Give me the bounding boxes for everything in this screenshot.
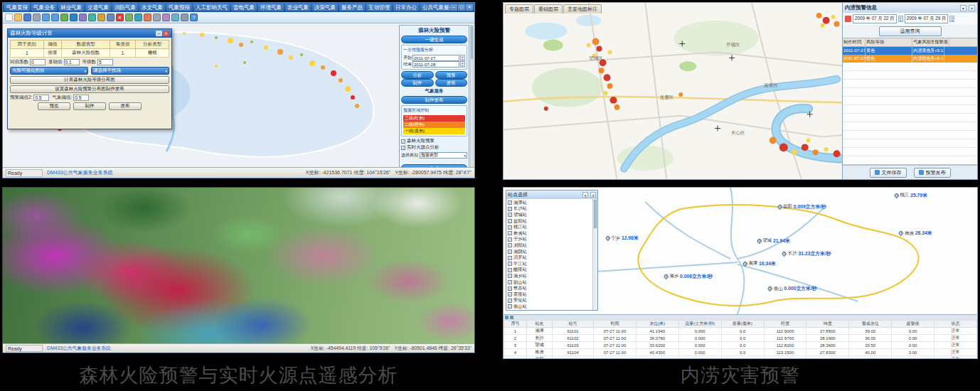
layer-tab[interactable]: 基础图层 [534, 4, 563, 14]
panel-button[interactable]: 分析 [401, 71, 434, 79]
field-input[interactable]: 5 [97, 59, 113, 65]
menu-item[interactable]: 人工影响天气 [193, 4, 230, 11]
layers-icon[interactable] [107, 14, 114, 21]
checkbox[interactable] [508, 207, 512, 211]
zone-level-row[interactable]: 三级(红色) [403, 115, 465, 122]
panel-button[interactable]: 预警 [435, 71, 468, 79]
export-icon[interactable] [162, 14, 170, 21]
close-icon[interactable] [163, 31, 169, 36]
station-marker[interactable]: 望城 21.94米 [757, 237, 789, 245]
table-row[interactable]: 1湘潭6110107-27 11:0041.19400.0000.0112.90… [504, 328, 977, 335]
station-marker[interactable]: 株洲 26.34米 [899, 230, 932, 237]
select-icon[interactable] [79, 14, 87, 21]
menu-item[interactable]: 雷电气象 [231, 4, 257, 11]
scrollbar[interactable] [592, 199, 597, 310]
menu-item[interactable]: 服务产品 [339, 4, 365, 11]
save-icon[interactable] [23, 14, 31, 21]
checkbox[interactable] [508, 213, 512, 217]
layer-tab[interactable]: 专题图层 [505, 4, 533, 14]
threshold-input[interactable]: 0.5 [73, 95, 89, 101]
publish-button[interactable]: 制作发布 [401, 96, 467, 104]
tree-item[interactable]: 望城站 [508, 212, 591, 218]
legend-icon[interactable] [125, 14, 133, 21]
layer-combo[interactable]: 请选择干扰场 [91, 67, 169, 75]
close-icon[interactable] [969, 5, 975, 11]
checkbox[interactable] [508, 200, 512, 205]
new-doc-icon[interactable] [5, 14, 13, 21]
tree-item[interactable]: 安化站 [508, 298, 591, 304]
checkbox[interactable] [508, 299, 512, 303]
menu-item[interactable]: 交通气象 [85, 4, 111, 11]
sidebar-action-button[interactable]: 预警发布 [914, 168, 951, 178]
query-button[interactable]: 适用查询 [879, 26, 942, 36]
scroll-thumb[interactable] [594, 200, 597, 228]
help-icon[interactable]: ? [190, 14, 198, 21]
grid-icon[interactable] [171, 14, 179, 21]
tree-item[interactable]: 长沙站 [508, 206, 591, 213]
compute-button[interactable]: 设置森林火险预警分布图制作发布 [10, 85, 169, 93]
threshold-input[interactable]: 0.5 [33, 95, 49, 101]
checkbox[interactable] [401, 146, 405, 150]
checkbox[interactable] [508, 237, 512, 242]
menu-item[interactable]: 农业气象 [285, 4, 311, 11]
settings-icon[interactable] [181, 14, 188, 21]
tree-item[interactable]: 株洲站 [508, 230, 591, 237]
checkbox[interactable] [508, 256, 512, 260]
table-row[interactable]: 1雨量森林火险指数1栅格 [11, 49, 169, 58]
menu-item[interactable]: 气象直报 [4, 4, 30, 11]
checkbox[interactable] [508, 286, 512, 291]
checkbox[interactable] [508, 304, 512, 309]
maximize-icon[interactable] [458, 4, 465, 11]
grid-tool-icon[interactable] [510, 316, 513, 319]
checkbox[interactable] [508, 219, 512, 223]
zoom-in-icon[interactable] [42, 14, 50, 21]
tree-item[interactable]: 茶陵站 [508, 291, 591, 298]
menu-item[interactable]: 水文气象 [139, 4, 165, 11]
one-click-generate-button[interactable]: 一键生成 [401, 36, 467, 43]
checkbox[interactable] [508, 225, 512, 230]
close-icon[interactable] [590, 192, 596, 198]
pan-icon[interactable] [60, 14, 68, 21]
tree-item[interactable]: 益阳站 [508, 218, 591, 225]
table-row[interactable]: 4株洲6110407-27 11:0040.43000.0000.0113.15… [504, 349, 977, 356]
station-marker[interactable]: 长沙 31.23立方米/秒 [782, 250, 831, 257]
layer-tab[interactable]: 主要地图标注 [563, 4, 602, 14]
zoom-out-icon[interactable] [51, 14, 59, 21]
table-row[interactable]: 5益阳6110507-27 11:00107.58000.0060.0112.3… [504, 356, 977, 360]
date-input[interactable]: 2011-07-27 [412, 55, 459, 61]
checkbox[interactable] [508, 292, 512, 296]
collapse-icon[interactable] [960, 5, 966, 11]
action-button[interactable]: 发布 [109, 102, 142, 110]
grid-tool-icon[interactable] [505, 316, 508, 319]
checkbox[interactable] [508, 280, 512, 284]
action-button[interactable]: 预览 [38, 102, 70, 110]
chart-icon[interactable] [144, 14, 151, 21]
menu-item[interactable]: 互动管理 [366, 4, 392, 11]
menu-item[interactable]: 消防气象 [112, 4, 138, 11]
tree-item[interactable]: 湘潭站 [508, 200, 591, 206]
spinner-icon[interactable] [898, 16, 903, 22]
collapse-icon[interactable] [582, 192, 588, 198]
print-icon[interactable] [33, 14, 41, 21]
station-marker[interactable]: 桃江 25.79米 [895, 192, 927, 199]
tree-item[interactable]: 桃江站 [508, 224, 591, 230]
scroll-thumb[interactable] [471, 26, 473, 59]
menu-item[interactable]: 林业气象 [58, 4, 84, 11]
station-marker[interactable]: 益阳 0.009立方米/秒 [777, 203, 826, 210]
panel-button[interactable]: 发布 [435, 79, 468, 87]
scrollbar[interactable] [470, 25, 474, 168]
spinner-icon[interactable] [460, 61, 465, 68]
tree-item[interactable]: 宁乡站 [508, 237, 591, 243]
hydro-map[interactable]: 桃江 25.79米 益阳 0.009立方米/秒 株洲 26.34米 宁乡 12.… [504, 188, 977, 314]
tree-item[interactable]: 湘乡站 [508, 273, 591, 279]
spinner-icon[interactable] [949, 16, 954, 22]
remote-sensing-image[interactable] [3, 188, 474, 343]
open-icon[interactable] [14, 14, 22, 21]
category-combo[interactable]: 预警类型 [420, 152, 467, 159]
tree-item[interactable]: 醴陵站 [508, 267, 591, 274]
station-marker[interactable]: 湘乡 0.006立方米/秒 [664, 273, 713, 280]
minimize-icon[interactable] [156, 31, 162, 36]
close-red-icon[interactable]: ✕ [116, 14, 124, 21]
table-icon[interactable] [153, 14, 161, 21]
checkbox[interactable] [401, 139, 405, 144]
